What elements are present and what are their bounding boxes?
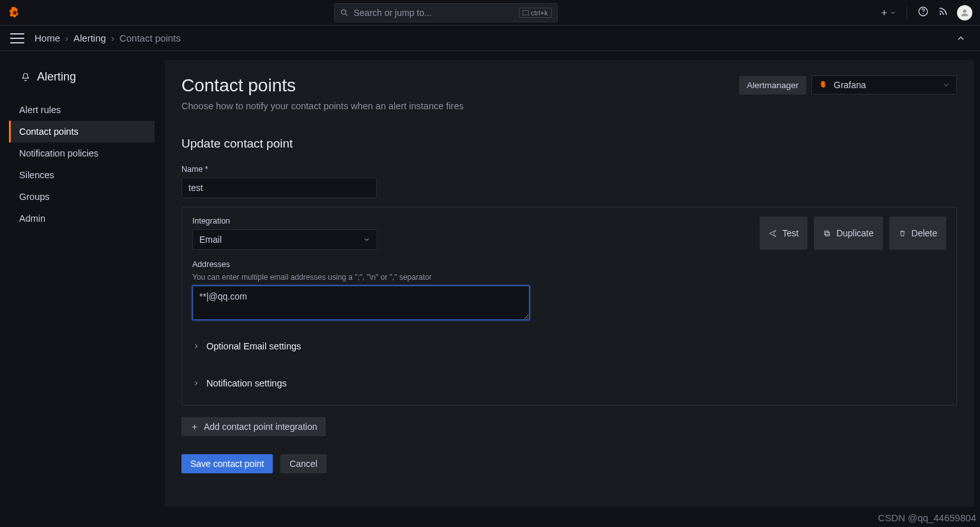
duplicate-button[interactable]: Duplicate [814, 217, 882, 250]
optional-email-settings-toggle[interactable]: Optional Email settings [192, 339, 946, 354]
chevron-right-icon: › [111, 33, 114, 43]
copy-icon [823, 229, 831, 238]
integration-box: Integration Email Test Dup [181, 207, 957, 406]
sidebar-item-notification-policies[interactable]: Notification policies [10, 142, 155, 164]
search-shortcut: ctrl+k [519, 8, 552, 18]
chevron-down-icon [363, 236, 371, 243]
chevron-right-icon [192, 342, 200, 350]
plus-icon [190, 423, 199, 431]
grafana-icon [818, 80, 829, 90]
breadcrumb: Home › Alerting › Contact points [34, 33, 181, 43]
svg-point-6 [923, 13, 924, 15]
cancel-button[interactable]: Cancel [280, 454, 326, 473]
global-search-input[interactable]: Search or jump to... ctrl+k [334, 3, 558, 22]
watermark: CSDN @qq_44659804 [878, 512, 976, 523]
trash-icon [898, 229, 907, 238]
sidebar-item-admin[interactable]: Admin [10, 208, 155, 229]
breadcrumb-home[interactable]: Home [34, 33, 60, 43]
alertmanager-select[interactable]: Grafana [811, 75, 957, 95]
sidebar-item-groups[interactable]: Groups [10, 186, 155, 208]
main-content: Contact points Choose how to notify your… [165, 51, 980, 527]
svg-rect-4 [523, 10, 529, 15]
svg-point-8 [963, 9, 966, 12]
add-integration-button[interactable]: Add contact point integration [181, 417, 326, 436]
svg-line-3 [345, 13, 347, 15]
alertmanager-label: Alertmanager [739, 76, 806, 95]
save-button[interactable]: Save contact point [181, 454, 273, 473]
integration-select[interactable]: Email [192, 229, 378, 250]
test-button[interactable]: Test [760, 217, 808, 250]
addresses-input[interactable] [192, 286, 530, 320]
breadcrumb-alerting[interactable]: Alerting [73, 33, 106, 43]
grafana-logo-icon[interactable] [8, 6, 22, 20]
svg-rect-10 [825, 231, 829, 234]
page-title: Contact points [181, 75, 464, 96]
sidebar: Alerting Alert rules Contact points Noti… [0, 51, 165, 527]
integration-label: Integration [192, 217, 378, 225]
sidebar-item-silences[interactable]: Silences [10, 164, 155, 186]
alertmanager-value: Grafana [834, 80, 866, 90]
search-icon [340, 8, 349, 17]
svg-point-7 [940, 13, 942, 15]
svg-point-2 [341, 10, 346, 14]
chevron-down-icon [942, 81, 950, 89]
sidebar-item-alert-rules[interactable]: Alert rules [10, 99, 155, 121]
breadcrumb-bar: Home › Alerting › Contact points [0, 26, 980, 51]
breadcrumb-current: Contact points [119, 33, 181, 43]
notification-settings-toggle[interactable]: Notification settings [192, 376, 946, 391]
delete-button[interactable]: Delete [889, 217, 946, 250]
chevron-right-icon [192, 379, 200, 387]
rss-icon[interactable] [938, 6, 948, 19]
page-subtitle: Choose how to notify your contact points… [181, 101, 464, 111]
add-menu-button[interactable] [880, 8, 896, 17]
top-bar: Search or jump to... ctrl+k [0, 0, 980, 26]
menu-toggle-icon[interactable] [10, 31, 26, 46]
name-input[interactable] [181, 178, 377, 198]
sidebar-heading: Alerting [10, 70, 155, 84]
user-avatar[interactable] [957, 5, 972, 20]
section-title: Update contact point [181, 137, 957, 151]
svg-rect-9 [825, 232, 829, 236]
addresses-label: Addresses [192, 260, 946, 269]
top-icons [880, 5, 972, 20]
send-icon [769, 229, 777, 238]
chevron-right-icon: › [65, 33, 68, 43]
sidebar-list: Alert rules Contact points Notification … [10, 99, 155, 229]
help-icon[interactable] [917, 6, 929, 19]
svg-point-1 [14, 11, 15, 13]
bell-icon [20, 72, 31, 82]
name-label: Name * [181, 165, 957, 174]
search-placeholder: Search or jump to... [354, 8, 432, 18]
sidebar-item-contact-points[interactable]: Contact points [10, 121, 155, 142]
divider [907, 6, 907, 19]
addresses-hint: You can enter multiple email addresses u… [192, 273, 946, 282]
collapse-header-button[interactable] [952, 29, 970, 47]
